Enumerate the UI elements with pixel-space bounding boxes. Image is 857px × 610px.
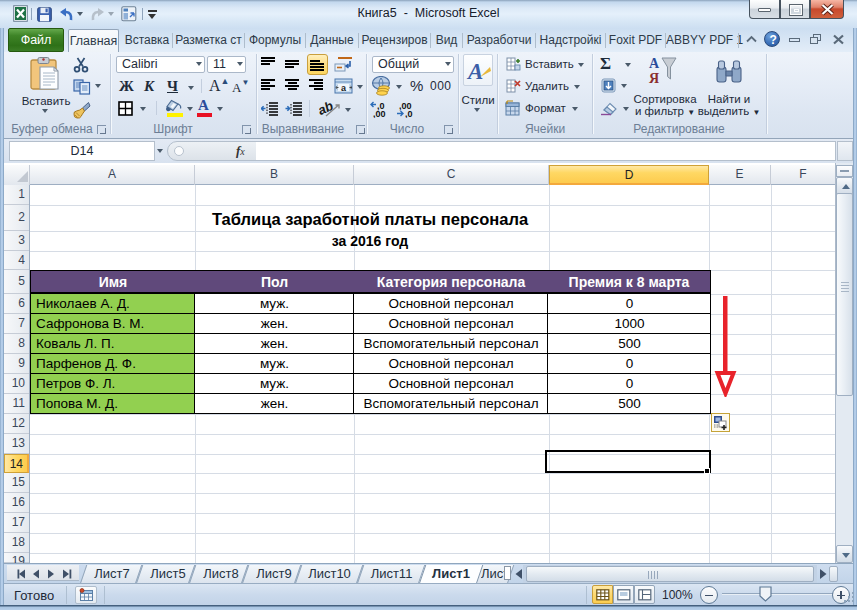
svg-text:A: A xyxy=(466,59,483,84)
svg-text:Я: Я xyxy=(649,71,659,86)
svg-text:А: А xyxy=(649,56,660,71)
svg-text:,0: ,0 xyxy=(405,109,413,118)
svg-text:,00: ,00 xyxy=(373,109,386,118)
